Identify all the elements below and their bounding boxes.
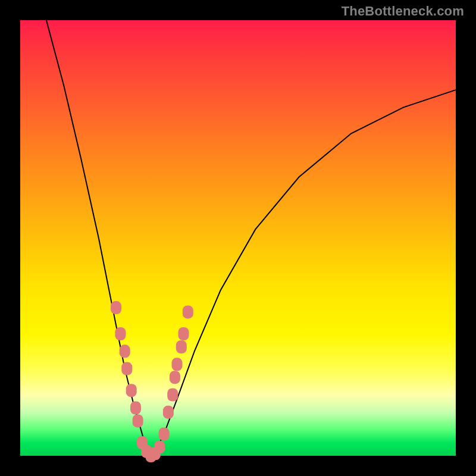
curve-marker — [111, 301, 121, 314]
curve-marker — [154, 440, 165, 453]
curve-marker — [170, 371, 180, 384]
curve-marker — [133, 414, 143, 427]
curve-marker — [172, 358, 183, 371]
curve-marker — [167, 389, 178, 402]
curve-marker — [183, 305, 193, 318]
curve-marker — [178, 327, 189, 340]
curve-marker — [115, 327, 126, 340]
curve-marker — [126, 384, 137, 397]
curve-marker — [163, 406, 174, 419]
curve-marker — [120, 345, 130, 358]
bottleneck-curve — [46, 20, 456, 456]
curve-marker — [176, 340, 187, 353]
curve-marker — [121, 362, 132, 375]
chart-svg — [20, 20, 456, 456]
marker-cluster — [111, 301, 193, 462]
curve-marker — [159, 427, 170, 440]
outer-frame: TheBottleneck.com — [0, 0, 476, 476]
curve-marker — [130, 402, 141, 415]
watermark-text: TheBottleneck.com — [342, 4, 464, 19]
